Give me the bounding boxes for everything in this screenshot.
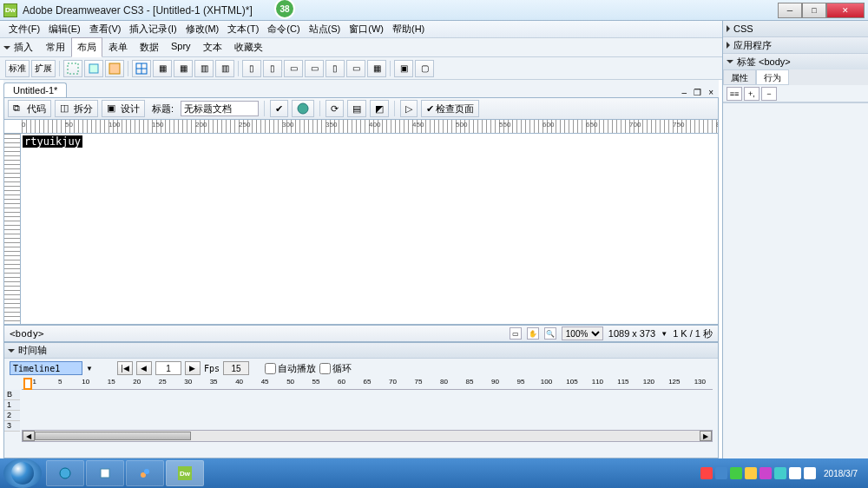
tab-data[interactable]: 数据 bbox=[134, 37, 165, 57]
forward-button[interactable]: ▶ bbox=[185, 361, 201, 375]
timeline-name-combo[interactable]: Timeline1 bbox=[10, 361, 82, 375]
autoplay-checkbox[interactable]: 自动播放 bbox=[265, 362, 316, 375]
frame-r-icon[interactable]: ▯ bbox=[263, 60, 282, 77]
select-tool-icon[interactable]: ▭ bbox=[510, 327, 522, 340]
add-behavior-icon[interactable]: +, bbox=[744, 87, 760, 101]
insert-col-right-icon[interactable]: ▥ bbox=[215, 60, 234, 77]
tab-text[interactable]: 文本 bbox=[197, 37, 228, 57]
taskbar-paint[interactable] bbox=[126, 460, 164, 486]
tab-layout[interactable]: 布局 bbox=[71, 37, 102, 57]
show-set-icon[interactable]: ≡≡ bbox=[727, 87, 742, 101]
tray-icon[interactable] bbox=[700, 467, 713, 479]
document-tab[interactable]: Untitled-1* bbox=[3, 82, 67, 97]
doc-restore[interactable]: ❐ bbox=[692, 88, 703, 97]
tab-attributes[interactable]: 属性 bbox=[723, 69, 756, 85]
check-page-button[interactable]: ✔检查页面 bbox=[421, 100, 479, 117]
chevron-down-icon[interactable]: ▼ bbox=[86, 365, 93, 373]
tab-behaviors[interactable]: 行为 bbox=[756, 69, 789, 85]
frame-field[interactable] bbox=[155, 361, 181, 375]
frame-lr-icon[interactable]: ▯ bbox=[326, 60, 345, 77]
menu-file[interactable]: 文件(F) bbox=[5, 21, 43, 37]
mode-standard[interactable]: 标准 bbox=[5, 60, 30, 77]
doc-minimize[interactable]: – bbox=[681, 88, 689, 97]
tag-selector[interactable]: <body> bbox=[10, 328, 44, 340]
tray-icon[interactable] bbox=[774, 467, 786, 479]
mode-expanded[interactable]: 扩展 bbox=[31, 60, 56, 77]
frame-t-icon[interactable]: ▭ bbox=[284, 60, 303, 77]
panel-app-header[interactable]: 应用程序 bbox=[723, 37, 868, 53]
panel-tags-header[interactable]: 标签 <body> bbox=[723, 54, 868, 69]
insert-row-below-icon[interactable]: ▦ bbox=[174, 60, 193, 77]
menu-text[interactable]: 文本(T) bbox=[224, 21, 262, 37]
frame-b-icon[interactable]: ▭ bbox=[305, 60, 324, 77]
back-button[interactable]: ◀ bbox=[136, 361, 152, 375]
view-options-icon[interactable]: ◩ bbox=[370, 100, 389, 117]
iframe-icon[interactable]: ▣ bbox=[394, 60, 413, 77]
tab-forms[interactable]: 表单 bbox=[102, 37, 134, 57]
scroll-left-icon[interactable]: ◀ bbox=[23, 431, 35, 441]
menu-view[interactable]: 查看(V) bbox=[86, 21, 125, 37]
insert-spry-icon[interactable] bbox=[105, 60, 124, 77]
maximize-button[interactable]: □ bbox=[802, 3, 826, 18]
insert-apdiv-icon[interactable] bbox=[84, 60, 103, 77]
chevron-down-icon[interactable] bbox=[3, 46, 10, 49]
timeline-header[interactable]: 时间轴 bbox=[4, 343, 718, 359]
view-design-button[interactable]: ▣设计 bbox=[102, 100, 145, 117]
scroll-right-icon[interactable]: ▶ bbox=[700, 431, 712, 441]
panel-css-header[interactable]: CSS bbox=[723, 21, 868, 36]
menu-window[interactable]: 窗口(W) bbox=[345, 21, 387, 37]
zoom-select[interactable]: 100% bbox=[562, 326, 603, 340]
menu-insert[interactable]: 插入记录(I) bbox=[126, 21, 180, 37]
taskbar-dreamweaver[interactable]: Dw bbox=[166, 460, 204, 486]
frame-l-icon[interactable]: ▯ bbox=[242, 60, 261, 77]
frame-all-icon[interactable]: ▦ bbox=[367, 60, 386, 77]
scrollbar-thumb[interactable] bbox=[35, 432, 191, 440]
menu-modify[interactable]: 修改(M) bbox=[182, 21, 223, 37]
zoom-tool-icon[interactable]: 🔍 bbox=[544, 327, 556, 340]
view-split-button[interactable]: ◫拆分 bbox=[55, 100, 98, 117]
tab-favorites[interactable]: 收藏夹 bbox=[228, 37, 269, 57]
start-button[interactable] bbox=[3, 458, 42, 488]
loop-checkbox[interactable]: 循环 bbox=[319, 362, 352, 375]
menu-help[interactable]: 帮助(H) bbox=[389, 21, 428, 37]
refresh-icon[interactable]: ⟳ bbox=[326, 100, 344, 117]
tab-spry[interactable]: Spry bbox=[165, 37, 197, 57]
timeline-scrollbar[interactable]: ◀ ▶ bbox=[22, 430, 713, 442]
doc-close[interactable]: × bbox=[707, 88, 715, 97]
minimize-button[interactable]: ─ bbox=[778, 3, 802, 18]
tray-network-icon[interactable] bbox=[804, 467, 816, 479]
table-icon[interactable] bbox=[132, 60, 151, 77]
browser-preview-icon[interactable] bbox=[292, 100, 314, 117]
taskbar-ie[interactable] bbox=[46, 460, 84, 486]
tray-volume-icon[interactable] bbox=[789, 467, 801, 479]
tray-icon[interactable] bbox=[730, 467, 742, 479]
page-title-input[interactable] bbox=[181, 101, 259, 116]
insert-row-above-icon[interactable]: ▦ bbox=[153, 60, 172, 77]
close-button[interactable]: ✕ bbox=[826, 3, 865, 18]
menu-site[interactable]: 站点(S) bbox=[306, 21, 345, 37]
hand-tool-icon[interactable]: ✋ bbox=[527, 327, 539, 340]
taskbar-clock[interactable]: 2018/3/7 bbox=[819, 469, 863, 478]
insert-col-left-icon[interactable]: ▥ bbox=[194, 60, 214, 77]
taskbar-notepad[interactable] bbox=[86, 460, 124, 486]
menu-edit[interactable]: 编辑(E) bbox=[45, 21, 84, 37]
timeline-track[interactable]: B123 15101520253035404550556065707580859… bbox=[4, 378, 718, 444]
tray-icon[interactable] bbox=[760, 467, 772, 479]
remove-behavior-icon[interactable]: − bbox=[761, 87, 777, 101]
insert-div-icon[interactable] bbox=[63, 60, 82, 77]
design-canvas[interactable]: rtyuikjuy bbox=[21, 134, 719, 325]
view-code-button[interactable]: ⧉代码 bbox=[8, 100, 51, 117]
rewind-button[interactable]: |◀ bbox=[117, 361, 133, 375]
frame-tb-icon[interactable]: ▭ bbox=[346, 60, 365, 77]
tray-icon[interactable] bbox=[715, 467, 727, 479]
tab-common[interactable]: 常用 bbox=[40, 37, 71, 57]
menu-commands[interactable]: 命令(C) bbox=[264, 21, 303, 37]
validate-icon[interactable]: ✔ bbox=[270, 100, 288, 117]
playhead[interactable] bbox=[23, 378, 32, 390]
fps-field[interactable] bbox=[223, 361, 249, 375]
tray-icon[interactable] bbox=[745, 467, 757, 479]
draw-layer-icon[interactable]: ▢ bbox=[415, 60, 434, 77]
status-dimensions[interactable]: 1089 x 373 bbox=[608, 328, 655, 339]
file-mgmt-icon[interactable]: ▤ bbox=[347, 100, 366, 117]
visual-aids-icon[interactable]: ▷ bbox=[400, 100, 418, 117]
